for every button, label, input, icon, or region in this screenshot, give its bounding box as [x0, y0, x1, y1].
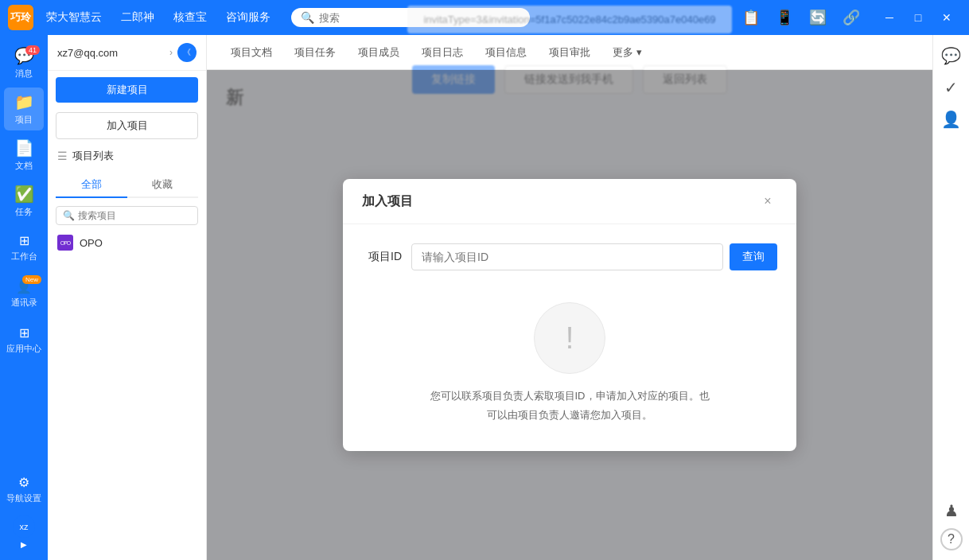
project-list-label: 项目列表 [72, 149, 114, 163]
sidebar-projects-label: 项目 [15, 114, 33, 126]
tab-favorites[interactable]: 收藏 [127, 173, 199, 196]
join-project-button[interactable]: 加入项目 [56, 112, 198, 139]
empty-circle: ! [534, 302, 605, 374]
collapse-button[interactable]: 《 [177, 43, 197, 62]
nav-hecha[interactable]: 核查宝 [165, 7, 215, 28]
opo-project-name: OPO [80, 237, 103, 249]
nav-rongda[interactable]: 荣大智慧云 [38, 7, 110, 28]
right-person-icon[interactable]: 👤 [937, 105, 966, 134]
project-id-input-wrap: 查询 [411, 243, 777, 270]
right-chess-icon[interactable]: ♟ [937, 496, 966, 525]
content-area: 💬 消息 41 📁 项目 📄 文档 ✅ 任务 ⊞ 工作台 👤 通讯录 New ⊞… [0, 35, 969, 560]
apps-icon: ⊞ [19, 325, 29, 340]
modal-overlay: 加入项目 × 项目ID 查询 ! [207, 70, 932, 560]
sidebar-workbench-label: 工作台 [11, 251, 37, 262]
query-button[interactable]: 查询 [730, 243, 777, 270]
right-sidebar-bottom: ♟ ? [937, 496, 966, 554]
main-body: 新 invitaType=3&invitation=5f1a7c5022e84c… [207, 70, 932, 560]
empty-description: 您可以联系项目负责人索取项目ID，申请加入对应的项目。也可以由项目负责人邀请您加… [426, 387, 713, 424]
sidebar-docs-label: 文档 [15, 160, 33, 172]
email-bar: xz7@qq.com › 《 [48, 35, 206, 71]
invite-link: invitaType=3&invitation=5f1a7c5022e84c2b… [407, 6, 731, 33]
join-project-modal: 加入项目 × 项目ID 查询 ! [343, 179, 796, 451]
sidebar-expand-icon: ▶ [21, 540, 27, 549]
project-id-field: 项目ID 查询 [362, 243, 777, 270]
sidebar-tasks-label: 任务 [15, 206, 33, 218]
messages-badge: 41 [25, 45, 40, 55]
project-id-label: 项目ID [362, 250, 402, 264]
search-project-icon: 🔍 [63, 210, 75, 221]
sidebar-item-settings[interactable]: ⚙ 导航设置 [4, 468, 44, 511]
main-content: 项目文档 项目任务 项目成员 项目日志 项目信息 项目审批 更多 ▾ 新 inv… [207, 35, 932, 560]
sidebar-bottom: ⚙ 导航设置 xz ▶ [4, 468, 44, 554]
nav-erlang[interactable]: 二郎神 [113, 7, 162, 28]
modal-close-button[interactable]: × [758, 192, 777, 211]
contacts-new-badge: New [22, 275, 41, 284]
sidebar-projects: xz7@qq.com › 《 新建项目 加入项目 ☰ 项目列表 全部 收藏 🔍 … [48, 35, 207, 560]
project-search-input[interactable] [78, 210, 197, 221]
project-list-section: ☰ 项目列表 [48, 142, 206, 169]
sidebar-settings-label: 导航设置 [6, 492, 41, 504]
sidebar-messages-label: 消息 [15, 68, 33, 80]
project-id-input[interactable] [411, 243, 723, 270]
right-chat-icon[interactable]: 💬 [937, 41, 966, 70]
opo-project-icon: OPO [57, 235, 73, 251]
new-project-button[interactable]: 新建项目 [56, 77, 198, 103]
user-avatar: xz [13, 515, 35, 538]
project-tabs: 全部 收藏 [56, 173, 198, 198]
email-arrow-icon: › [169, 47, 173, 58]
empty-exclamation-icon: ! [566, 321, 574, 356]
projects-icon: 📁 [14, 92, 34, 111]
tab-all[interactable]: 全部 [56, 173, 127, 196]
project-item-opo[interactable]: OPO OPO [48, 230, 206, 255]
sidebar-apps-label: 应用中心 [6, 343, 41, 355]
right-sidebar: 💬 ✓ 👤 ♟ ? [932, 35, 969, 560]
sidebar-item-docs[interactable]: 📄 文档 [4, 134, 44, 177]
workbench-icon: ⊞ [19, 233, 29, 248]
modal-body: 项目ID 查询 ! 您可以联系项目负责人索取项目ID，申请加入对应的项目。也可以… [343, 224, 796, 451]
sidebar-item-projects[interactable]: 📁 项目 [4, 88, 44, 130]
user-avatar-btn[interactable]: xz ▶ [4, 511, 44, 554]
list-icon: ☰ [57, 150, 68, 162]
close-button[interactable]: ✕ [932, 3, 961, 32]
modal-empty-state: ! 您可以联系项目负责人索取项目ID，申请加入对应的项目。也可以由项目负责人邀请… [362, 286, 777, 432]
modal-title: 加入项目 [362, 193, 413, 210]
right-help-icon[interactable]: ? [940, 528, 963, 550]
settings-icon: ⚙ [18, 475, 29, 490]
sidebar-item-contacts[interactable]: 👤 通讯录 New [4, 272, 44, 315]
right-check-icon[interactable]: ✓ [937, 73, 966, 102]
sidebar-item-tasks[interactable]: ✅ 任务 [4, 180, 44, 223]
app-logo[interactable]: 巧玲 [8, 5, 33, 30]
sidebar-item-apps[interactable]: ⊞ 应用中心 [4, 318, 44, 361]
modal-header: 加入项目 × [343, 179, 796, 224]
sidebar-left: 💬 消息 41 📁 项目 📄 文档 ✅ 任务 ⊞ 工作台 👤 通讯录 New ⊞… [0, 35, 48, 560]
project-search[interactable]: 🔍 [56, 206, 198, 225]
sidebar-item-messages[interactable]: 💬 消息 41 [4, 41, 44, 84]
sidebar-item-workbench[interactable]: ⊞ 工作台 [4, 226, 44, 269]
invite-link-section: invitaType=3&invitation=5f1a7c5022e84c2b… [226, 6, 913, 46]
sidebar-contacts-label: 通讯录 [11, 297, 37, 309]
tasks-icon: ✅ [14, 185, 34, 204]
user-email: xz7@qq.com [57, 47, 165, 59]
docs-icon: 📄 [14, 138, 34, 158]
